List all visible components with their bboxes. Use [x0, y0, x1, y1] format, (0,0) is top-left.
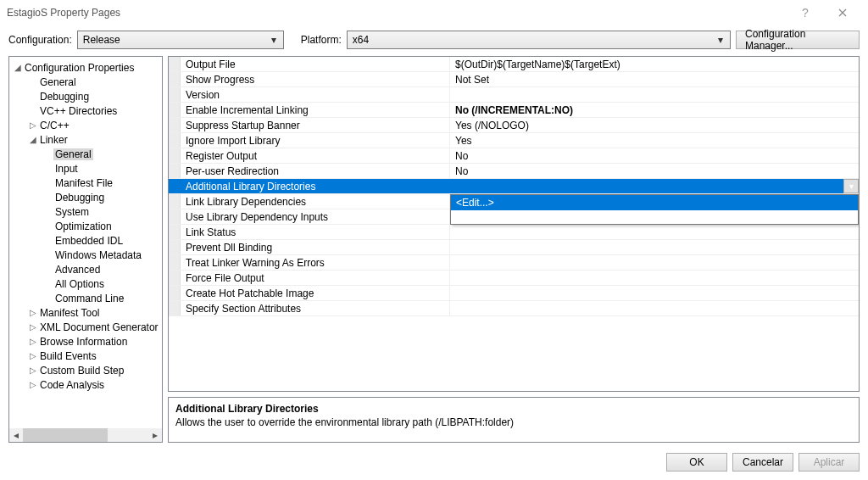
property-row[interactable]: Additional Library Directories▾<Edit...>: [169, 179, 859, 194]
expand-icon[interactable]: ▷: [28, 337, 38, 346]
property-row[interactable]: Version: [169, 87, 859, 103]
dropdown-option[interactable]: <Edit...>: [451, 195, 858, 210]
scroll-right-icon[interactable]: ▸: [148, 428, 162, 442]
row-gutter: [169, 255, 181, 270]
configuration-label: Configuration:: [8, 34, 72, 46]
property-value[interactable]: [450, 255, 859, 270]
property-label: Version: [181, 87, 450, 102]
tree-item[interactable]: General: [9, 75, 162, 89]
tree-item[interactable]: Input: [9, 161, 162, 176]
tree-item[interactable]: ▷C/C++: [9, 118, 162, 132]
row-gutter: [169, 271, 181, 285]
tree-item[interactable]: VC++ Directories: [9, 103, 162, 118]
expand-icon[interactable]: ▷: [28, 351, 38, 360]
scroll-thumb[interactable]: [23, 428, 108, 442]
dropdown-popup[interactable]: <Edit...>: [450, 194, 859, 225]
configuration-select[interactable]: Release ▾: [77, 31, 284, 49]
property-value[interactable]: No (/INCREMENTAL:NO): [450, 103, 859, 117]
tree-item-label: Manifest Tool: [38, 307, 101, 319]
property-value[interactable]: No: [450, 164, 859, 178]
scroll-left-icon[interactable]: ◂: [9, 428, 23, 442]
property-value-text: Yes (/NOLOGO): [455, 120, 529, 131]
property-label: Specify Section Attributes: [181, 301, 450, 315]
property-row[interactable]: Register OutputNo: [169, 148, 859, 164]
expand-icon[interactable]: ▷: [28, 366, 38, 375]
property-row[interactable]: Show ProgressNot Set: [169, 72, 859, 87]
tree-item-label: Command Line: [53, 293, 125, 304]
apply-button[interactable]: Aplicar: [798, 453, 860, 472]
scroll-track[interactable]: [23, 428, 148, 442]
property-value[interactable]: No: [450, 148, 859, 163]
tree-item[interactable]: ▷Custom Build Step: [9, 363, 162, 377]
tree-item[interactable]: Debugging: [9, 89, 162, 103]
property-row[interactable]: Output File$(OutDir)$(TargetName)$(Targe…: [169, 57, 859, 72]
tree-item-label: Advanced: [53, 264, 102, 276]
property-label: Prevent Dll Binding: [181, 240, 450, 254]
tree-item-label: General: [38, 76, 78, 88]
help-button[interactable]: ?: [787, 0, 824, 25]
property-value[interactable]: $(OutDir)$(TargetName)$(TargetExt): [450, 57, 859, 71]
property-row[interactable]: Specify Section Attributes: [169, 301, 859, 316]
collapse-icon[interactable]: ◢: [28, 135, 38, 144]
property-value[interactable]: ▾<Edit...>: [450, 179, 859, 193]
dropdown-button[interactable]: ▾: [843, 179, 859, 193]
ok-button[interactable]: OK: [666, 453, 727, 472]
property-label: Link Library Dependencies: [181, 194, 450, 209]
tree-item[interactable]: ◢Linker: [9, 132, 162, 147]
tree-item-label: Custom Build Step: [38, 365, 125, 377]
platform-select[interactable]: x64 ▾: [347, 31, 731, 49]
property-row[interactable]: Treat Linker Warning As Errors: [169, 255, 859, 271]
property-value[interactable]: [450, 240, 859, 254]
expand-icon[interactable]: ▷: [28, 308, 38, 317]
tree-item[interactable]: ▷Code Analysis: [9, 377, 162, 392]
property-value[interactable]: Yes (/NOLOGO): [450, 118, 859, 132]
tree-item[interactable]: Windows Metadata: [9, 248, 162, 262]
property-row[interactable]: Prevent Dll Binding: [169, 240, 859, 255]
tree-item-label: Linker: [38, 134, 70, 146]
dropdown-option[interactable]: [451, 210, 858, 214]
row-gutter: [169, 57, 181, 71]
tree-item[interactable]: ▷XML Document Generator: [9, 320, 162, 334]
row-gutter: [169, 133, 181, 148]
expand-icon[interactable]: ▷: [28, 322, 38, 332]
tree-item[interactable]: System: [9, 204, 162, 219]
property-value[interactable]: [450, 286, 859, 300]
tree-item[interactable]: Manifest File: [9, 176, 162, 190]
property-value[interactable]: [450, 271, 859, 285]
tree-item[interactable]: ▷Manifest Tool: [9, 305, 162, 320]
tree-item[interactable]: General: [9, 147, 162, 161]
property-row[interactable]: Force File Output: [169, 271, 859, 286]
tree-item[interactable]: All Options: [9, 276, 162, 291]
expand-icon[interactable]: ▷: [28, 120, 38, 130]
expand-icon[interactable]: ▷: [28, 380, 38, 389]
property-row[interactable]: Suppress Startup BannerYes (/NOLOGO): [169, 118, 859, 133]
property-row[interactable]: Ignore Import LibraryYes: [169, 133, 859, 148]
property-label: Register Output: [181, 148, 450, 163]
tree-hscrollbar[interactable]: ◂ ▸: [9, 428, 162, 442]
property-value[interactable]: Not Set: [450, 72, 859, 87]
collapse-icon[interactable]: ◢: [13, 63, 23, 72]
tree-item[interactable]: Debugging: [9, 190, 162, 204]
property-value[interactable]: Yes: [450, 133, 859, 148]
property-grid[interactable]: Output File$(OutDir)$(TargetName)$(Targe…: [169, 57, 859, 391]
property-row[interactable]: Enable Incremental LinkingNo (/INCREMENT…: [169, 103, 859, 118]
tree-item[interactable]: ◢Configuration Properties: [9, 60, 162, 75]
property-row[interactable]: Create Hot Patchable Image: [169, 286, 859, 301]
close-button[interactable]: [824, 0, 861, 25]
property-value[interactable]: [450, 225, 859, 239]
nav-tree[interactable]: ◢Configuration PropertiesGeneralDebuggin…: [9, 57, 162, 428]
property-row[interactable]: Per-user RedirectionNo: [169, 164, 859, 179]
property-value[interactable]: [450, 301, 859, 315]
row-gutter: [169, 179, 181, 193]
tree-item[interactable]: Command Line: [9, 291, 162, 305]
tree-item[interactable]: Embedded IDL: [9, 233, 162, 248]
cancel-button[interactable]: Cancelar: [732, 453, 793, 472]
tree-item[interactable]: ▷Browse Information: [9, 334, 162, 349]
tree-item[interactable]: Optimization: [9, 219, 162, 233]
tree-item[interactable]: Advanced: [9, 262, 162, 276]
tree-item[interactable]: ▷Build Events: [9, 349, 162, 363]
property-row[interactable]: Link Status: [169, 225, 859, 240]
configuration-manager-button[interactable]: Configuration Manager...: [736, 31, 860, 49]
property-value[interactable]: [450, 87, 859, 102]
chevron-down-icon: ▾: [715, 34, 726, 46]
